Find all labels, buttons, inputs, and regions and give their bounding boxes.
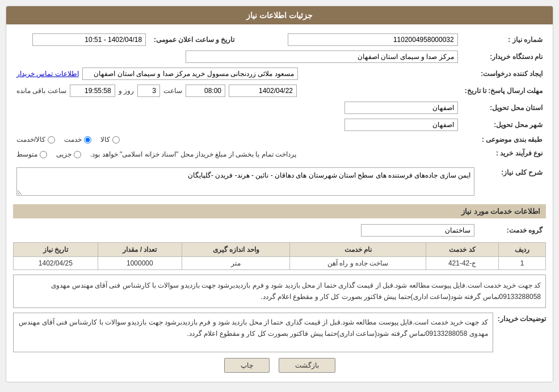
deadline-time-input[interactable] — [186, 85, 225, 97]
cell-unit: متر — [182, 257, 290, 270]
need-number-label: شماره نیاز : — [461, 31, 546, 48]
contact-link[interactable]: اطلاعات تماس خریدار — [16, 70, 79, 78]
creator-label: ایجاد کننده درخواست: — [461, 65, 546, 82]
category-khidmat[interactable]: خدمت — [64, 136, 91, 144]
announce-input[interactable] — [32, 33, 146, 46]
process-jozi[interactable]: جزیی — [56, 150, 81, 158]
services-table: ردیف کد خدمت نام خدمت واحد اندازه گیری ت… — [13, 242, 546, 270]
print-button[interactable]: چاپ — [224, 358, 270, 373]
need-number-input[interactable] — [288, 33, 458, 46]
deadline-remain-label: ساعت باقی مانده — [16, 87, 66, 95]
process-note: پرداخت تمام یا بخشی از مبلغ خریداز محل "… — [90, 150, 296, 158]
col-service-code: کد خدمت — [426, 243, 499, 257]
services-section-header: اطلاعات خدمات مورد نیاز — [13, 204, 546, 218]
cell-need-date: 1402/04/25 — [14, 257, 98, 270]
col-unit: واحد اندازه گیری — [182, 243, 290, 257]
buyer-desc-content: کد جهت خرید خدمت است.فایل پیوست مطالعه ش… — [13, 313, 493, 352]
table-row: 1 ج-42-421 ساخت جاده و راه آهن متر 10000… — [14, 257, 546, 270]
page-header: جزئیات اطلاعات نیاز — [6, 6, 553, 24]
col-row-num: ردیف — [499, 243, 546, 257]
deadline-days-label: روز و — [119, 87, 134, 95]
col-quantity: تعداد / مقدار — [98, 243, 182, 257]
service-group-label: گروه خدمت: — [478, 222, 546, 239]
need-desc-input[interactable]: ایمن سازی جاده‌های فرستنده های سطح استان… — [16, 167, 474, 196]
category-kala[interactable]: کالا — [100, 136, 120, 144]
cell-service-code: ج-42-421 — [426, 257, 499, 270]
process-label: نوع فرآیند خرید : — [461, 146, 546, 161]
cell-quantity: 1000000 — [98, 257, 182, 270]
province-input[interactable] — [344, 102, 458, 114]
deadline-label: مهلت ارسال پاسخ: تا تاریخ: — [461, 82, 546, 99]
deadline-date-input[interactable] — [229, 85, 297, 97]
col-need-date: تاریخ نیاز — [14, 243, 98, 257]
cell-row-num: 1 — [499, 257, 546, 270]
need-desc-label: شرح کلی نیاز: — [478, 165, 546, 200]
category-kala-khidmat[interactable]: کالا/خدمت — [16, 136, 55, 144]
announce-label: تاریخ و ساعت اعلان عمومی: — [149, 31, 238, 48]
process-motavasset[interactable]: متوسط — [16, 150, 47, 158]
col-service-name: نام خدمت — [290, 243, 426, 257]
buyer-station-input[interactable] — [186, 50, 458, 63]
back-button[interactable]: بازگشت — [279, 358, 335, 373]
note-box: کد جهت خرید خدمت است.فایل پیوست مطالعه ش… — [13, 275, 546, 308]
deadline-days-input[interactable] — [137, 85, 160, 97]
buyer-station-label: نام دستگاه خریدار: — [461, 48, 546, 65]
province-label: استان محل تحویل: — [461, 99, 546, 116]
deadline-remain-input[interactable] — [70, 85, 115, 97]
creator-input[interactable] — [82, 68, 298, 80]
service-group-input[interactable] — [361, 224, 474, 237]
cell-service-name: ساخت جاده و راه آهن — [290, 257, 426, 270]
buyer-desc-label: توضیحات خریدار: — [498, 313, 546, 323]
category-label: طبقه بندی موضوعی : — [461, 133, 546, 146]
deadline-time-label: ساعت — [163, 87, 182, 95]
city-label: شهر محل تحویل: — [461, 116, 546, 133]
city-input[interactable] — [344, 119, 458, 131]
